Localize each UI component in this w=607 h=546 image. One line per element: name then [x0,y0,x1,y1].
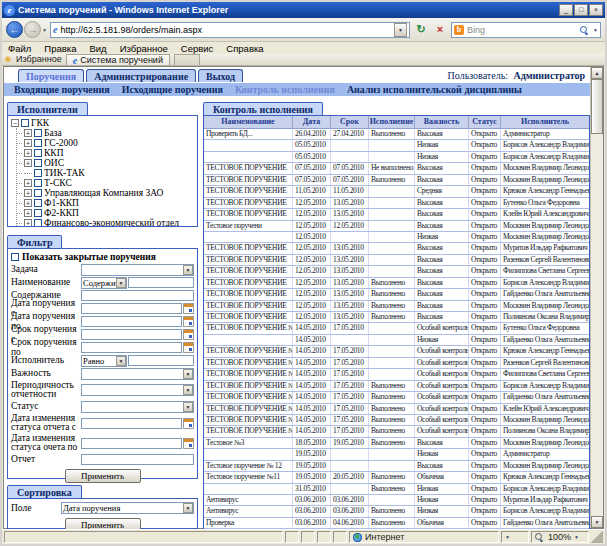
tree-node[interactable]: ТИК-ТАК [17,168,197,178]
history-dropdown-icon[interactable]: ▼ [42,27,47,33]
table-row[interactable]: ТЕСТОВОЕ ПОРУЧЕНИЕ №214.05.201017.05.201… [204,369,589,380]
tree-node[interactable]: +ГС-2000 [17,138,197,148]
dropdown-arrow-icon[interactable]: ▼ [116,278,126,288]
tree-checkbox[interactable] [34,179,42,187]
column-header[interactable]: Статус [468,116,500,128]
scroll-down-icon[interactable]: ▼ [591,516,603,528]
date-input[interactable] [81,303,182,314]
calendar-icon[interactable] [183,303,194,314]
forward-button[interactable]: → [24,21,41,38]
refresh-button[interactable]: ↻ [413,22,429,38]
calendar-icon[interactable] [183,418,194,429]
app-tab[interactable]: Поручения [18,69,84,82]
expand-icon[interactable]: + [24,179,32,187]
scroll-up-icon[interactable]: ▲ [591,67,603,79]
calendar-icon[interactable] [183,342,194,353]
vertical-scrollbar[interactable]: ▲ ▼ [590,67,603,528]
column-header[interactable]: Важность [414,116,468,128]
expand-icon[interactable]: + [24,189,32,197]
table-row[interactable]: Тестовое поручени12.05.201012.05.2010Выс… [204,221,589,232]
date-input[interactable] [81,316,182,327]
table-row[interactable]: ТЕСТОВОЕ ПОРУЧЕНИЕ12.05.201013.05.2010Вы… [204,266,589,277]
column-header[interactable]: Дата [292,116,330,128]
new-tab-button[interactable] [174,54,200,65]
close-button[interactable]: × [589,4,603,16]
expand-icon[interactable]: + [24,159,32,167]
table-row[interactable]: ТЕСТОВОЕ ПОРУЧЕНИЕ12.05.201013.05.2010Вы… [204,312,589,323]
submenu-item[interactable]: Контроль исполнения [229,83,341,96]
app-tab[interactable]: Выход [198,69,243,82]
search-dropdown-icon[interactable]: ▼ [593,27,598,33]
tree-checkbox[interactable] [34,129,42,137]
browser-tab[interactable]: e Система поручений [66,54,170,65]
table-row[interactable]: ТЕСТОВОЕ ПОРУЧЕНИЕ №214.05.201017.05.201… [204,426,589,437]
tree-checkbox[interactable] [21,119,29,127]
collapse-icon[interactable]: − [11,119,19,127]
tree-checkbox[interactable] [34,149,42,157]
tree-node[interactable]: −ГКК [11,118,197,128]
table-row[interactable]: Антивирус03.06.201003.06.2010НизкаяОткры… [204,495,589,506]
tree-node[interactable]: +База [17,128,197,138]
show-closed-checkbox[interactable] [11,253,19,261]
table-row[interactable]: 14.05.2010НизкаяОткрытоГайдаенко Ольга А… [204,335,589,346]
table-row[interactable]: Проверка03.06.201004.06.2010ВыполненоОбы… [204,518,589,529]
column-header[interactable]: Исполнитель [500,116,589,128]
dropdown-arrow-icon[interactable]: ▼ [183,503,193,513]
table-row[interactable]: ТЕСТОВОЕ ПОРУЧЕНИЕ №214.05.201017.05.201… [204,392,589,403]
date-input[interactable] [81,342,182,353]
menu-item[interactable]: Правка [44,43,76,54]
table-row[interactable]: ТЕСТОВОЕ ПОРУЧЕНИЕ11.05.201011.05.2010Ср… [204,186,589,197]
zoom-control[interactable]: 100% ▼ [531,531,589,543]
protected-mode-segment[interactable]: ▼ [501,531,529,543]
column-header[interactable]: Наименование [204,116,292,128]
expand-icon[interactable]: + [24,219,32,227]
column-header[interactable]: Исполнение [368,116,414,128]
filter-select[interactable]: ▼ [81,264,194,276]
table-row[interactable]: 05.05.2010НизкаяОткрытоБорисов Александр… [204,152,589,163]
table-row[interactable]: ТЕСТОВОЕ ПОРУЧЕНИЕ12.05.201013.05.2010Вы… [204,278,589,289]
table-row[interactable]: ТЕСТОВОЕ ПОРУЧЕНИЕ12.05.201013.05.2010Вы… [204,198,589,209]
sort-field-select[interactable]: Дата поручения ▼ [61,502,194,514]
address-input[interactable]: e http://62.5.181.98/orders/main.aspx ▼ [50,22,410,38]
dropdown-arrow-icon[interactable]: ▼ [183,385,193,395]
tree-checkbox[interactable] [34,169,42,177]
table-row[interactable]: 05.05.2010НизкаяОткрытоБорисов Александр… [204,140,589,151]
filter-input[interactable] [81,454,194,465]
table-row[interactable]: ТЕСТОВОЕ ПОРУЧЕНИЕ12.05.201013.05.2010Вы… [204,243,589,254]
tree-node[interactable]: +ОИС [17,158,197,168]
menu-item[interactable]: Вид [89,43,106,54]
filter-input[interactable] [128,277,194,288]
submenu-item[interactable]: Входящие поручения [8,83,116,96]
tree-checkbox[interactable] [34,159,42,167]
table-row[interactable]: ТЕСТОВОЕ ПОРУЧЕНИЕ12.05.201013.05.2010Вы… [204,301,589,312]
filter-select[interactable]: ▼ [81,368,194,380]
table-row[interactable]: Тестовое поручение №1119.05.201020.05.20… [204,472,589,483]
tree-node[interactable]: +Т-СКС [17,178,197,188]
maximize-button[interactable]: □ [574,4,588,16]
calendar-icon[interactable] [183,438,194,449]
column-header[interactable]: Срок [330,116,368,128]
table-row[interactable]: 12.05.2010НизкаяОткрытоМосквин Владимир … [204,232,589,243]
dropdown-arrow-icon[interactable]: ▼ [116,356,126,366]
menu-item[interactable]: Сервис [181,43,214,54]
dropdown-arrow-icon[interactable]: ▼ [183,265,193,275]
dropdown-arrow-icon[interactable]: ▼ [183,369,193,379]
expand-icon[interactable]: + [24,209,32,217]
tree-node[interactable]: +ККП [17,148,197,158]
favorites-label[interactable]: Избранное [16,54,62,65]
table-row[interactable]: Проверить БД...26.04.201027.04.2010Выпол… [204,129,589,140]
address-dropdown-icon[interactable]: ▼ [394,23,407,37]
tree-checkbox[interactable] [34,189,42,197]
dropdown-arrow-icon[interactable]: ▼ [183,402,193,412]
table-row[interactable]: ТЕСТОВОЕ ПОРУЧЕНИЕ №214.05.201017.05.201… [204,404,589,415]
date-input[interactable] [81,418,182,429]
menu-item[interactable]: Избранное [120,43,168,54]
tree-node[interactable]: +Ф2-ККП [17,208,197,218]
table-row[interactable]: ТЕСТОВОЕ ПОРУЧЕНИЕ12.05.201013.05.2010Вы… [204,209,589,220]
expand-icon[interactable]: + [24,199,32,207]
zoom-dropdown-icon[interactable]: ▼ [574,534,579,540]
table-row[interactable]: ТЕСТОВОЕ ПОРУЧЕНИЕ №214.05.201017.05.201… [204,346,589,357]
tree-checkbox[interactable] [34,139,42,147]
tree-checkbox[interactable] [34,219,42,227]
table-row[interactable]: Антивирус03.06.201003.06.2010ВыполненоНи… [204,506,589,517]
